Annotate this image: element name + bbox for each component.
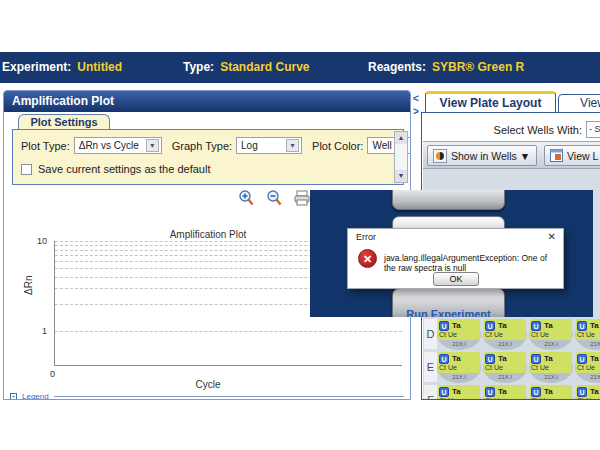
well-target-3: 21X.l — [529, 374, 573, 380]
print-icon[interactable] — [293, 189, 311, 207]
show-in-wells-button[interactable]: Show in Wells ▼ — [427, 145, 537, 166]
well-content: U Ta Ct Ue — [484, 319, 526, 340]
well-target-1: Ta — [498, 321, 507, 330]
plot-type-select[interactable]: ΔRn vs Cycle ▾ — [74, 137, 162, 154]
type-field: Type:Standard Curve — [183, 60, 309, 74]
well-target-3: 21X.l — [437, 374, 481, 380]
well-content: U Ta Ct Ue — [530, 352, 572, 373]
experiment-value: Untitled — [77, 60, 122, 74]
unknown-sample-icon: U — [531, 321, 541, 331]
close-icon[interactable]: ✕ — [548, 231, 556, 242]
unknown-sample-icon: U — [485, 354, 495, 364]
well-content: U Ta Ct Ue — [438, 319, 480, 340]
plate-well[interactable]: U Ta Ct Ue 21X.l — [575, 352, 600, 383]
well-target-2: Ct Ue — [577, 364, 600, 372]
run-window-button-top[interactable] — [392, 190, 505, 210]
unknown-sample-icon: U — [531, 354, 541, 364]
experiment-header-bar: Experiment:Untitled Type:Standard Curve … — [0, 52, 600, 83]
well-target-3: 21X.l — [437, 341, 481, 347]
well-content: U Ta Ct Ue — [438, 352, 480, 373]
legend-expand-icon[interactable]: + — [10, 393, 17, 400]
legend-divider — [54, 396, 404, 397]
well-target-1: Ta — [544, 354, 553, 363]
well-target-2: Ct Ue — [439, 331, 479, 339]
well-target-2: Ct Ue — [531, 364, 571, 372]
plate-row-label: E — [424, 352, 437, 382]
plot-settings-box: Plot Type: ΔRn vs Cycle ▾ Graph Type: Lo… — [12, 129, 404, 185]
well-target-2: Ct Ue — [439, 364, 479, 372]
well-target-2: Ct Ue — [577, 397, 600, 400]
view-legend-label: View L — [567, 150, 598, 162]
well-target-1: Ta — [544, 387, 553, 396]
plate-well[interactable]: U Ta Ct Ue 21X.l — [483, 385, 527, 400]
unknown-sample-icon: U — [531, 387, 541, 397]
well-target-3: 21X.l — [483, 341, 527, 347]
unknown-sample-icon: U — [577, 321, 587, 331]
scroll-up-arrow-icon[interactable]: ▲ — [395, 132, 407, 144]
well-target-1: Ta — [498, 354, 507, 363]
plate-well[interactable]: U Ta Ct Ue 21X.l — [483, 319, 527, 350]
scroll-down-arrow-icon[interactable]: ▼ — [395, 170, 407, 182]
tab-view-plate-layout[interactable]: View Plate Layout — [425, 91, 556, 113]
plot-settings-row: Plot Type: ΔRn vs Cycle ▾ Graph Type: Lo… — [21, 137, 411, 154]
plate-well[interactable]: U Ta Ct Ue 21X.l — [529, 319, 573, 350]
error-message: java.lang.IllegalArgumentException: One … — [384, 253, 560, 273]
reagents-field: Reagents:SYBR® Green R — [368, 60, 524, 74]
plate-row-label: D — [424, 319, 437, 349]
error-dialog: Error ✕ ✕ java.lang.IllegalArgumentExcep… — [347, 228, 564, 289]
unknown-sample-icon: U — [439, 321, 449, 331]
well-target-1: Ta — [452, 387, 461, 396]
select-wells-dropdown[interactable]: - S — [586, 121, 600, 138]
plate-well[interactable]: U Ta Ct Ue 21X.l — [483, 352, 527, 383]
plot-color-value: Well — [372, 140, 391, 151]
save-default-checkbox[interactable] — [21, 164, 32, 175]
plate-well[interactable]: U Ta Ct Ue 21X.l — [529, 385, 573, 400]
graph-type-select[interactable]: Log ▾ — [236, 137, 302, 154]
x-tick-0: 0 — [50, 369, 55, 379]
plate-well[interactable]: U Ta Ct Ue 21X.l — [575, 385, 600, 400]
plate-well[interactable]: U Ta Ct Ue 21X.l — [437, 385, 481, 400]
experiment-field: Experiment:Untitled — [2, 60, 122, 74]
graph-type-value: Log — [241, 140, 258, 151]
well-target-1: Ta — [452, 354, 461, 363]
x-axis-label: Cycle — [9, 379, 407, 390]
well-content: U Ta Ct Ue — [484, 352, 526, 373]
y-axis-label: ΔRn — [23, 276, 34, 295]
save-default-label: Save current settings as the default — [38, 163, 210, 175]
view-legend-button[interactable]: View L — [544, 145, 600, 166]
well-target-2: Ct Ue — [531, 397, 571, 400]
plate-well[interactable]: U Ta Ct Ue 21X.l — [437, 319, 481, 350]
unknown-sample-icon: U — [485, 321, 495, 331]
well-target-3: 21X.l — [575, 341, 600, 347]
well-target-2: Ct Ue — [485, 397, 525, 400]
unknown-sample-icon: U — [485, 387, 495, 397]
chevron-down-icon: ▾ — [146, 139, 159, 152]
plate-well[interactable]: U Ta Ct Ue 21X.l — [575, 319, 600, 350]
well-content: U Ta Ct Ue — [530, 385, 572, 400]
well-target-3: 21X.l — [529, 341, 573, 347]
well-target-1: Ta — [544, 321, 553, 330]
type-label: Type: — [183, 60, 214, 74]
well-target-2: Ct Ue — [531, 331, 571, 339]
legend-label[interactable]: Legend — [22, 392, 49, 400]
plate-well[interactable]: U Ta Ct Ue 21X.l — [437, 352, 481, 383]
plot-type-value: ΔRn vs Cycle — [79, 140, 139, 151]
run-experiment-button[interactable]: Run Experiment — [392, 288, 505, 317]
error-dialog-title: Error — [356, 232, 376, 242]
ok-button[interactable]: OK — [433, 272, 479, 286]
zoom-in-icon[interactable] — [237, 189, 255, 207]
type-value: Standard Curve — [220, 60, 309, 74]
well-target-2: Ct Ue — [485, 364, 525, 372]
settings-scrollbar[interactable]: ▲ ▼ — [394, 131, 408, 183]
app-window: Experiment:Untitled Type:Standard Curve … — [0, 0, 600, 450]
plot-color-label: Plot Color: — [312, 140, 363, 152]
wells-color-icon — [433, 149, 447, 163]
y-tick-10: 10 — [9, 236, 47, 246]
plate-well[interactable]: U Ta Ct Ue 21X.l — [529, 352, 573, 383]
zoom-out-icon[interactable] — [265, 189, 283, 207]
well-target-1: Ta — [590, 354, 599, 363]
error-icon: ✕ — [358, 249, 377, 268]
show-in-wells-label: Show in Wells ▼ — [451, 150, 530, 162]
tab-view-well-table[interactable]: View — [558, 94, 600, 113]
tab-plot-settings[interactable]: Plot Settings — [18, 114, 110, 130]
